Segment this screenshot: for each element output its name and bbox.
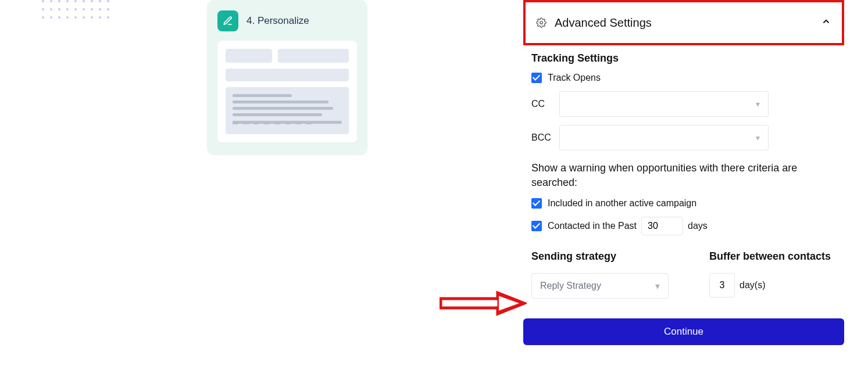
buffer-title: Buffer between contacts: [709, 250, 831, 263]
included-campaign-label: Included in another active campaign: [548, 198, 696, 209]
track-opens-checkbox[interactable]: [531, 73, 542, 83]
tracking-settings-title: Tracking Settings: [531, 52, 844, 64]
contacted-past-checkbox[interactable]: [531, 221, 542, 231]
svg-point-0: [540, 21, 543, 24]
bcc-select[interactable]: ▾: [559, 125, 769, 150]
included-campaign-checkbox[interactable]: [531, 198, 542, 209]
advanced-settings-toggle[interactable]: Advanced Settings: [523, 0, 844, 45]
sending-strategy-title: Sending strategy: [531, 250, 669, 263]
gear-icon: [536, 17, 546, 28]
bcc-label: BCC: [531, 132, 559, 143]
sending-strategy-select[interactable]: Reply Strategy ▾: [531, 273, 669, 299]
contacted-past-prefix: Contacted in the Past: [548, 221, 637, 231]
buffer-days-input[interactable]: [709, 273, 735, 297]
buffer-unit-label: day(s): [740, 280, 765, 290]
contacted-days-input[interactable]: [641, 217, 683, 235]
settings-panel: Advanced Settings Tracking Settings Trac…: [523, 0, 844, 345]
cc-label: CC: [531, 99, 559, 109]
chevron-up-icon: [821, 16, 831, 30]
advanced-settings-label: Advanced Settings: [555, 16, 652, 30]
contacted-past-suffix: days: [688, 221, 708, 231]
chevron-down-icon: ▾: [756, 99, 760, 109]
continue-button[interactable]: Continue: [523, 318, 844, 345]
chevron-down-icon: ▾: [655, 281, 660, 292]
edit-icon: [217, 10, 238, 31]
email-preview-placeholder: [217, 41, 357, 142]
annotation-arrow-icon: [440, 290, 527, 320]
cc-select[interactable]: ▾: [559, 91, 769, 117]
decorative-dots: [42, 0, 205, 52]
chevron-down-icon: ▾: [756, 133, 760, 142]
personalize-step-title: 4. Personalize: [247, 15, 309, 27]
svg-rect-1: [441, 299, 499, 308]
personalize-card: 4. Personalize: [207, 0, 367, 155]
sending-strategy-value: Reply Strategy: [540, 281, 601, 291]
warning-criteria-text: Show a warning when opportunities with t…: [531, 161, 836, 190]
track-opens-label: Track Opens: [548, 73, 601, 83]
